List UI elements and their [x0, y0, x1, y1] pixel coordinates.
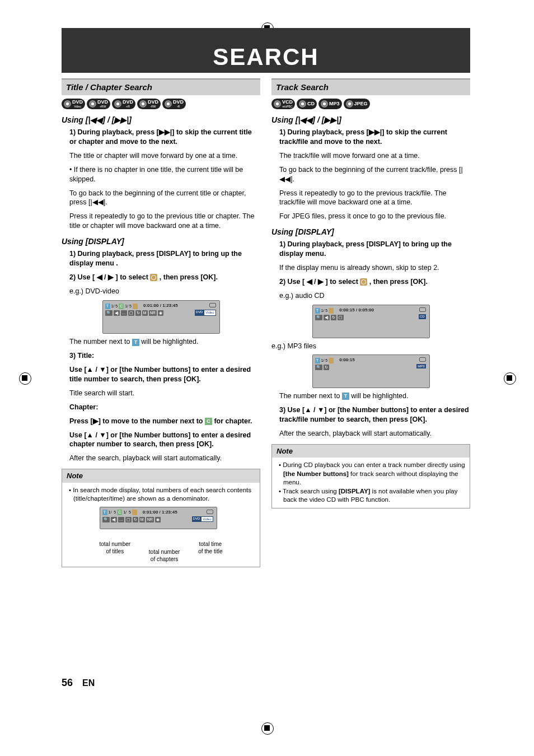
badge-main: DVD: [123, 100, 133, 105]
step-text: , then press [OK].: [367, 278, 428, 286]
audio-icon: ◀): [114, 310, 120, 316]
body-text: Title search will start.: [69, 389, 260, 398]
media-badges-left: DVDVideoDVD+RWDVD+RDVD-RWDVD-R: [62, 99, 260, 109]
marker-icon: M: [142, 310, 148, 316]
step-1: 1) During playback, press [▶▶|] to skip …: [69, 128, 260, 147]
badge-sub: w/oPBC: [282, 105, 293, 109]
body-text: The title or chapter will move forward b…: [69, 151, 260, 161]
media-badge: MP3: [318, 99, 342, 109]
right-column: Track Search VCDw/oPBCCDMP3JPEG Using [|…: [271, 78, 470, 567]
disc-icon: [139, 100, 147, 108]
media-badge: DVDVideo: [62, 99, 85, 109]
text: Press [▶] to move to the number next to: [69, 417, 205, 425]
step-2-display: 2) Use [ ◀ / ▶ ] to select , then press …: [69, 273, 260, 282]
t-chip: T: [105, 304, 110, 309]
body-text: Use [▲ / ▼] or [the Number buttons] to e…: [69, 431, 260, 450]
registration-mark: [261, 722, 273, 734]
icon: ↻: [133, 517, 138, 522]
magnify-icon: 🔍: [315, 315, 322, 320]
mp3-label: MP3: [416, 364, 425, 368]
body-text: The number next to T will be highlighted…: [69, 337, 260, 347]
step-1: 1) During playback, press [▶▶|] to skip …: [279, 128, 470, 147]
badge-sub: -R: [173, 105, 184, 109]
osd-text: 1/ 5: [123, 510, 131, 515]
osd-time: 0:01:00 / 1:23:45: [143, 303, 178, 309]
audio-icon: ◀): [324, 315, 330, 320]
badge-sub: +R: [123, 105, 133, 109]
note-heading: Note: [272, 445, 470, 458]
cd-label: CD: [419, 314, 426, 319]
repeat-icon: ↻: [331, 315, 336, 320]
icon: ▢: [125, 517, 132, 522]
disc-icon: [274, 100, 281, 108]
text: The number next to: [69, 338, 132, 346]
icon: 🔍: [102, 517, 110, 522]
icon: ◀): [111, 517, 117, 522]
page-footer: 56 EN: [62, 677, 95, 689]
repeat-icon: ↻: [135, 310, 141, 316]
osd-text: 1/ 5: [109, 510, 116, 515]
clock-icon: [360, 278, 367, 286]
subtitle-icon: …: [121, 310, 127, 316]
disc-icon: [89, 100, 96, 108]
disc-icon: [299, 100, 306, 108]
registration-mark: [19, 372, 30, 384]
nr-icon: NR: [149, 310, 157, 316]
text: will be highlighted.: [349, 392, 409, 400]
body-text: If the display menu is already shown, sk…: [279, 263, 470, 273]
osd-text: 1/ 5: [125, 304, 132, 309]
badge-main: DVD: [148, 100, 158, 105]
icon: NR: [146, 517, 154, 522]
icon: …: [118, 517, 124, 522]
badge-main: DVD: [173, 100, 184, 105]
body-text: Press it repeatedly to go to the previou…: [279, 189, 470, 208]
using-skip-heading: Using [|◀◀] / [▶▶|]: [271, 115, 470, 125]
t-chip: T: [102, 510, 107, 515]
step-text: 2) Use [ ◀ / ▶ ] to select: [69, 273, 150, 281]
text: The number next to: [279, 392, 342, 400]
icon: ◉: [155, 517, 161, 522]
note-box-right: Note During CD playback you can enter a …: [271, 444, 470, 508]
using-skip-heading: Using [|◀◀] / [▶▶|]: [62, 115, 260, 125]
annot-chapters: total number of chapters: [149, 548, 180, 563]
step-2-display: 2) Use [ ◀ / ▶ ] to select , then press …: [279, 277, 470, 287]
media-badge: JPEG: [344, 99, 370, 109]
left-column: Title / Chapter Search DVDVideoDVD+RWDVD…: [62, 78, 260, 567]
disc-icon: [346, 100, 353, 108]
step-text: 2) Use [ ◀ / ▶ ] to select: [279, 278, 360, 286]
osd-display-mp3: T 1/ 5 0:00:15 🔍 ↻ MP3: [312, 354, 430, 388]
step-1-display: 1) During playback, press [DISPLAY] to b…: [69, 249, 260, 268]
using-display-heading: Using [DISPLAY]: [62, 236, 260, 247]
battery-icon: [419, 307, 426, 312]
note-box-left: Note In search mode display, total numbe…: [62, 469, 260, 567]
osd-time: 0:00:15: [339, 357, 355, 363]
badge-main: MP3: [329, 101, 340, 106]
t-chip: T: [315, 308, 320, 314]
page-lang: EN: [82, 678, 95, 688]
clock-chip: [329, 308, 334, 314]
magnify-icon: 🔍: [105, 310, 113, 316]
body-text: Use [▲ / ▼] or [the Number buttons] to e…: [69, 365, 260, 384]
osd-time: 0:01:00 / 1:23:45: [143, 510, 177, 516]
osd-text: 1/ 5: [321, 308, 328, 313]
battery-icon: [209, 303, 216, 307]
media-badge: DVD-R: [162, 99, 186, 109]
other-icon: ◉: [158, 310, 163, 316]
clock-chip: [329, 358, 334, 363]
badge-sub: +RW: [97, 105, 108, 109]
magnify-icon: 🔍: [315, 365, 322, 370]
media-badge: DVD+RW: [87, 99, 110, 109]
osd-display-cd: T 1/ 5 0:00:15 / 0:05:00 🔍 ◀) ↻ ▢ CD: [312, 305, 430, 338]
media-badge: VCDw/oPBC: [271, 99, 295, 109]
note-item: During CD playback you can enter a track…: [283, 461, 465, 487]
media-badge: CD: [297, 99, 317, 109]
clock-icon: [150, 274, 157, 281]
page-title: SEARCH: [213, 44, 318, 71]
icon: M: [139, 517, 145, 522]
osd-display-dvd: T 1/ 5 C 1/ 5 0:01:00 / 1:23:45 🔍 ◀) … ▢…: [102, 300, 220, 334]
text: Track search using [DISPLAY] is not avai…: [283, 488, 457, 503]
example-label: e.g.) MP3 files: [271, 342, 470, 351]
media-badge: DVD+R: [112, 99, 135, 109]
badge-main: DVD: [72, 100, 83, 105]
osd-text: 1/ 5: [321, 358, 328, 363]
